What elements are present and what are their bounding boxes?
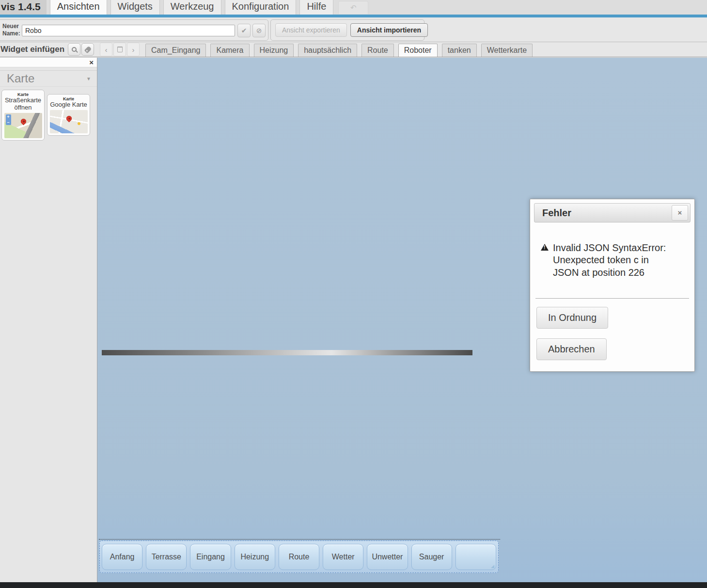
view-tab-hauptsaechlich[interactable]: hauptsächlich [298, 44, 357, 57]
prev-view-button[interactable]: ‹ [100, 43, 112, 56]
resize-handle-icon[interactable]: ◢ [491, 564, 494, 569]
nav-button-empty[interactable]: ◢ [456, 544, 496, 570]
view-toolbar: Neuer Name: ✔ ⊘ Ansicht exportieren Ansi… [0, 17, 707, 42]
clear-filter-icon[interactable]: × [89, 58, 94, 67]
view-tab-kamera[interactable]: Kamera [210, 44, 249, 57]
search-icon [72, 47, 77, 52]
nav-widget-selection[interactable]: Anfang Terrasse Eingang Heizung Route We… [99, 540, 499, 573]
palette-card-list: Karte Straßenkarte öffnen + – Karte Goog… [0, 87, 97, 141]
nav-button-eingang[interactable]: Eingang [190, 544, 231, 570]
menu-tab-konfiguration[interactable]: Konfiguration [225, 0, 297, 15]
warning-icon [541, 244, 549, 251]
view-tab-heizung[interactable]: Heizung [254, 44, 294, 57]
dialog-close-button[interactable]: × [672, 205, 688, 221]
vis-editor-window: vis 1.4.5 Ansichten Widgets Werkzeug Kon… [0, 0, 707, 588]
palette-group-header-karte[interactable]: Karte ▼ [0, 70, 97, 87]
nav-button-terrasse[interactable]: Terrasse [146, 544, 187, 570]
view-tab-tanken[interactable]: tanken [442, 44, 477, 57]
view-tab-cam-eingang[interactable]: Cam_Eingang [145, 44, 206, 57]
cancel-name-button[interactable]: ⊘ [252, 24, 266, 37]
taskbar [0, 582, 707, 588]
widget-card-strassenkarte[interactable]: Karte Straßenkarte öffnen + – [1, 90, 45, 141]
search-widget-button[interactable] [68, 43, 80, 56]
ok-button[interactable]: In Ordnung [536, 307, 608, 329]
confirm-name-button[interactable]: ✔ [237, 24, 251, 37]
cancel-button[interactable]: Abbrechen [536, 338, 607, 360]
menu-tab-widgets[interactable]: Widgets [110, 0, 160, 15]
view-tab-wetterkarte[interactable]: Wetterkarte [481, 44, 533, 57]
tag-icon [84, 46, 92, 53]
google-map-thumbnail [50, 110, 88, 133]
export-import-panel: Ansicht exportieren Ansicht importieren [270, 19, 424, 41]
app-brand: vis 1.4.5 [0, 0, 47, 15]
dialog-title: Fehler [542, 207, 672, 219]
nav-button-wetter[interactable]: Wetter [323, 544, 363, 570]
insert-widget-label: Widget einfügen [0, 45, 64, 54]
menu-tab-werkzeug[interactable]: Werkzeug [163, 0, 221, 15]
nav-button-route[interactable]: Route [279, 544, 319, 570]
widget-card-title: Google Karte [49, 101, 88, 109]
trash-icon [117, 47, 123, 52]
widget-card-title: Straßenkarte öffnen [3, 97, 43, 111]
chevron-down-icon: ▼ [86, 76, 91, 81]
nav-button-sauger[interactable]: Sauger [411, 544, 452, 570]
view-name-input[interactable] [22, 25, 235, 36]
selection-outline [99, 539, 500, 540]
undo-icon[interactable]: ↶ [338, 1, 368, 14]
error-message: Invalid JSON SyntaxError: Unexpected tok… [553, 242, 674, 279]
nav-button-anfang[interactable]: Anfang [102, 544, 142, 570]
menu-tab-hilfe[interactable]: Hilfe [299, 0, 333, 15]
filter-tag-button[interactable] [81, 43, 94, 56]
widget-card-google-karte[interactable]: Karte Google Karte [47, 94, 90, 136]
view-tab-route[interactable]: Route [361, 44, 394, 57]
next-view-button[interactable]: › [127, 43, 140, 56]
widget-palette-sidebar: × Karte ▼ Karte Straßenkarte öffnen + – … [0, 58, 97, 582]
map-pin-icon [65, 115, 73, 123]
error-dialog: Fehler × Invalid JSON SyntaxError: Unexp… [530, 199, 695, 372]
import-view-button[interactable]: Ansicht importieren [350, 23, 428, 37]
view-name-panel: Neuer Name: ✔ ⊘ [0, 19, 268, 41]
nav-button-unwetter[interactable]: Unwetter [367, 544, 408, 570]
menu-bar: vis 1.4.5 Ansichten Widgets Werkzeug Kon… [0, 0, 707, 15]
palette-group-title: Karte [7, 72, 86, 85]
view-name-label: Neuer Name: [2, 23, 20, 37]
palette-filter-bar[interactable]: × [0, 58, 97, 67]
menu-tab-ansichten[interactable]: Ansichten [50, 0, 107, 15]
export-view-button[interactable]: Ansicht exportieren [275, 23, 347, 37]
street-map-thumbnail: + – [4, 113, 42, 138]
map-zoom-control: + – [6, 114, 11, 125]
dialog-body: Invalid JSON SyntaxError: Unexpected tok… [541, 242, 674, 279]
view-tab-roboter[interactable]: Roboter [398, 44, 438, 57]
nav-button-group-widget[interactable]: Anfang Terrasse Eingang Heizung Route We… [99, 540, 499, 573]
view-canvas[interactable]: Fehler × Invalid JSON SyntaxError: Unexp… [97, 58, 707, 582]
gradient-bar-widget[interactable] [102, 350, 472, 355]
nav-button-heizung[interactable]: Heizung [235, 544, 275, 570]
view-tab-strip: Cam_Eingang Kamera Heizung hauptsächlich… [145, 44, 537, 57]
map-pin-icon [19, 118, 27, 126]
delete-view-button[interactable] [113, 43, 126, 56]
dialog-title-bar[interactable]: Fehler × [534, 203, 691, 222]
dialog-separator [535, 298, 689, 299]
widget-bar: Widget einfügen ‹ › Cam_Eingang Kamera H… [0, 42, 707, 57]
